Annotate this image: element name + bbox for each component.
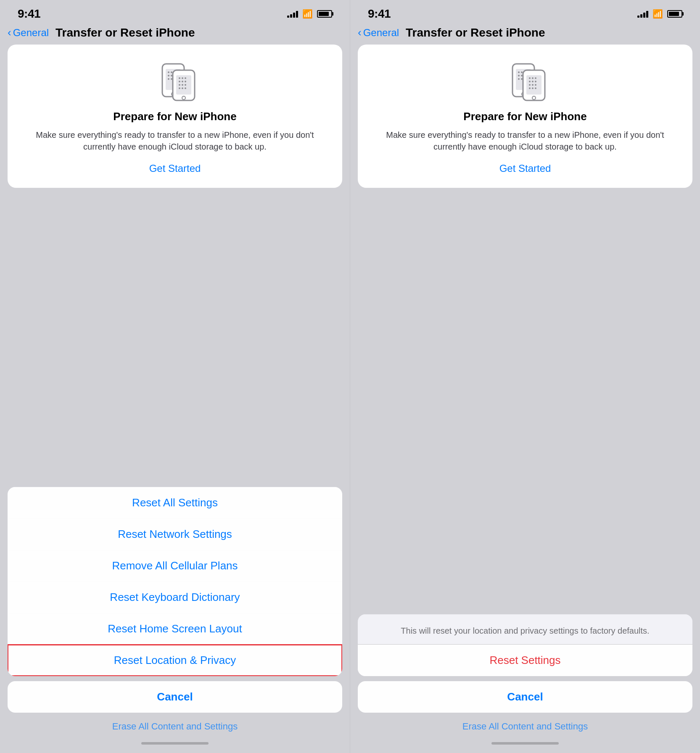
left-page-title: Transfer or Reset iPhone <box>55 26 195 39</box>
svg-point-51 <box>529 87 531 89</box>
right-signal-icon <box>637 10 648 18</box>
left-transfer-icon <box>150 60 200 102</box>
svg-point-21 <box>179 84 180 86</box>
left-reset-network-settings-button[interactable]: Reset Network Settings <box>8 519 342 550</box>
right-reset-settings-button[interactable]: Reset Settings <box>358 644 692 676</box>
left-status-bar: 9:41 📶 <box>8 0 342 24</box>
right-page-title: Transfer or Reset iPhone <box>406 26 545 39</box>
right-phone-icon <box>500 60 550 102</box>
svg-point-37 <box>521 78 523 80</box>
svg-point-50 <box>535 84 536 86</box>
svg-point-42 <box>529 77 531 79</box>
left-reset-network-settings-label: Reset Network Settings <box>118 528 232 541</box>
left-remove-cellular-plans-button[interactable]: Remove All Cellular Plans <box>8 550 342 582</box>
svg-point-36 <box>518 78 520 80</box>
right-reset-settings-label: Reset Settings <box>489 654 560 667</box>
svg-point-52 <box>532 87 534 89</box>
svg-point-49 <box>532 84 534 86</box>
right-cancel-sheet: Cancel <box>358 681 692 713</box>
left-reset-home-screen-label: Reset Home Screen Layout <box>108 622 242 635</box>
left-reset-keyboard-dictionary-label: Reset Keyboard Dictionary <box>110 591 240 604</box>
svg-point-6 <box>168 75 169 76</box>
svg-point-34 <box>521 75 523 76</box>
right-transfer-icon <box>500 60 550 102</box>
svg-point-45 <box>529 81 531 82</box>
right-back-chevron-icon: ‹ <box>358 26 362 39</box>
svg-point-18 <box>179 81 180 82</box>
svg-rect-40 <box>526 75 542 95</box>
svg-point-23 <box>185 84 186 86</box>
right-home-indicator <box>491 742 559 745</box>
right-confirm-sheet: This will reset your location and privac… <box>358 614 692 676</box>
right-cancel-button[interactable]: Cancel <box>358 681 692 713</box>
svg-point-22 <box>182 84 183 86</box>
svg-point-16 <box>182 77 183 79</box>
right-time: 9:41 <box>368 7 391 21</box>
svg-point-26 <box>185 87 186 89</box>
left-home-indicator <box>141 742 209 745</box>
left-get-started-button[interactable]: Get Started <box>149 161 201 176</box>
right-status-icons: 📶 <box>637 9 682 19</box>
left-reset-location-privacy-button[interactable]: Reset Location & Privacy <box>8 645 342 676</box>
left-prepare-desc: Make sure everything's ready to transfer… <box>21 129 329 153</box>
svg-point-17 <box>185 77 186 79</box>
left-back-label: General <box>13 27 49 39</box>
right-prepare-card: Prepare for New iPhone Make sure everyth… <box>358 45 692 188</box>
left-reset-all-settings-label: Reset All Settings <box>132 496 218 509</box>
right-erase-partial: Erase All Content and Settings <box>358 718 692 734</box>
svg-point-33 <box>518 75 520 76</box>
svg-point-43 <box>532 77 534 79</box>
svg-point-20 <box>185 81 186 82</box>
svg-point-47 <box>535 81 536 82</box>
svg-point-9 <box>168 78 169 80</box>
left-wifi-icon: 📶 <box>302 9 313 19</box>
left-action-sheet-overlay: Reset All Settings Reset Network Setting… <box>0 487 350 753</box>
left-time: 9:41 <box>18 7 40 21</box>
right-nav-bar: ‹ General Transfer or Reset iPhone <box>358 24 692 45</box>
right-wifi-icon: 📶 <box>652 9 663 19</box>
right-battery-icon <box>667 10 682 18</box>
left-action-sheet: Reset All Settings Reset Network Setting… <box>8 487 342 676</box>
right-back-button[interactable]: ‹ General <box>358 27 399 39</box>
svg-rect-13 <box>176 75 191 95</box>
svg-point-25 <box>182 87 183 89</box>
right-confirm-overlay: This will reset your location and privac… <box>350 614 700 753</box>
right-status-bar: 9:41 📶 <box>358 0 692 24</box>
svg-point-31 <box>521 71 523 73</box>
right-cancel-label: Cancel <box>507 690 543 703</box>
left-cancel-button[interactable]: Cancel <box>8 681 342 713</box>
svg-point-44 <box>535 77 536 79</box>
left-battery-icon <box>317 10 332 18</box>
svg-point-53 <box>535 87 536 89</box>
left-reset-keyboard-dictionary-button[interactable]: Reset Keyboard Dictionary <box>8 582 342 613</box>
svg-point-30 <box>518 71 520 73</box>
left-cancel-sheet: Cancel <box>8 681 342 713</box>
left-phone-panel: 9:41 📶 ‹ General Transfer or Reset iPhon… <box>0 0 350 753</box>
svg-point-3 <box>168 71 169 73</box>
right-prepare-desc: Make sure everything's ready to transfer… <box>371 129 679 153</box>
right-confirm-description: This will reset your location and privac… <box>358 614 692 644</box>
left-reset-home-screen-button[interactable]: Reset Home Screen Layout <box>8 613 342 645</box>
left-prepare-card: Prepare for New iPhone Make sure everyth… <box>8 45 342 188</box>
right-get-started-button[interactable]: Get Started <box>499 161 551 176</box>
svg-point-10 <box>171 78 172 80</box>
left-reset-all-settings-button[interactable]: Reset All Settings <box>8 487 342 519</box>
right-back-label: General <box>363 27 399 39</box>
left-status-icons: 📶 <box>287 9 332 19</box>
left-back-button[interactable]: ‹ General <box>8 27 49 39</box>
svg-point-24 <box>179 87 180 89</box>
left-phone-icon <box>150 60 200 102</box>
svg-point-7 <box>171 75 172 76</box>
right-prepare-title: Prepare for New iPhone <box>463 110 586 123</box>
svg-point-4 <box>171 71 172 73</box>
left-remove-cellular-plans-label: Remove All Cellular Plans <box>112 559 238 572</box>
left-erase-partial: Erase All Content and Settings <box>8 718 342 734</box>
svg-point-48 <box>529 84 531 86</box>
svg-point-19 <box>182 81 183 82</box>
svg-point-15 <box>179 77 180 79</box>
right-phone-panel: 9:41 📶 ‹ General Transfer or Reset iPhon… <box>350 0 700 753</box>
svg-point-46 <box>532 81 534 82</box>
left-prepare-title: Prepare for New iPhone <box>113 110 236 123</box>
left-nav-bar: ‹ General Transfer or Reset iPhone <box>8 24 342 45</box>
left-reset-location-privacy-label: Reset Location & Privacy <box>114 654 236 667</box>
